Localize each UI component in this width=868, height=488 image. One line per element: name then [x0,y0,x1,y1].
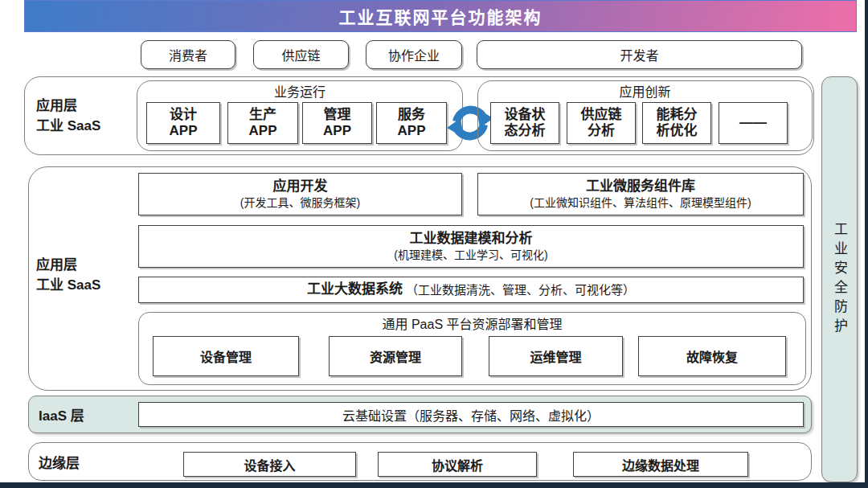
app-innovation-title: 应用创新 [477,82,813,100]
microservice-lib-box: 工业微服务组件库 (工业微知识组件、算法组件、原理模型组件) [477,173,804,215]
data-modeling-title: 工业数据建模和分析 [410,230,533,248]
resource-management-box: 资源管理 [329,336,462,376]
industrial-security-label: 工业安全防护 [829,222,850,338]
industrial-security-container: 工业安全防护 [821,76,858,482]
data-modeling-box: 工业数据建模和分析 (机理建模、工业学习、可视化) [138,225,804,268]
business-run-title: 业务运行 [137,82,463,100]
page-title: 工业互联网平台功能架构 [24,0,857,32]
device-status-analysis-box: 设备状 态分析 [490,102,559,144]
role-supply-chain: 供应链 [253,40,349,69]
role-partner-enterprise: 协作企业 [366,40,462,69]
protocol-parsing-box: 协议解析 [378,452,537,477]
app-dev-box: 应用开发 (开发工具、微服务框架) [138,173,462,215]
data-modeling-subtitle: (机理建模、工业学习、可视化) [394,248,547,262]
edge-layer-label: 边缘层 [39,442,80,481]
energy-analysis-box: 能耗分 析优化 [642,102,711,144]
ops-management-box: 运维管理 [489,336,623,376]
big-data-title: 工业大数据系统 [307,281,403,298]
platform-layer-label: 应用层 工业 SaaS [36,256,133,295]
device-access-box: 设备接入 [183,452,356,477]
microservice-lib-title: 工业微服务组件库 [586,178,695,195]
device-management-box: 设备管理 [153,336,299,376]
cloud-infrastructure-box: 云基础设置（服务器、存储、网络、虚拟化） [138,402,804,427]
app-dev-title: 应用开发 [273,178,328,195]
app-dev-subtitle: (开发工具、微服务框架) [240,195,360,210]
paas-title: 通用 PaaS 平台资源部署和管理 [138,314,806,332]
right-border-line [865,0,868,488]
production-app-box: 生产 APP [227,102,298,144]
fault-recovery-box: 故障恢复 [638,336,786,376]
role-developer: 开发者 [477,40,802,69]
role-consumer: 消费者 [141,40,235,69]
bottom-border-bar [0,482,868,488]
big-data-box: 工业大数据系统 （工业数据清洗、管理、分析、可视化等） [138,277,804,303]
service-app-box: 服务 APP [376,102,447,144]
management-app-box: 管理 APP [302,102,372,144]
microservice-lib-subtitle: (工业微知识组件、算法组件、原理模型组件) [530,195,751,210]
more-apps-box: —— [719,102,788,144]
design-app-box: 设计 APP [146,102,220,144]
supply-chain-analysis-box: 供应链 分析 [567,102,636,144]
iaas-layer-label: IaaS 层 [39,396,84,433]
saas-layer-label: 应用层 工业 SaaS [36,96,133,136]
big-data-subtitle: （工业数据清洗、管理、分析、可视化等） [406,282,635,298]
edge-data-processing-box: 边缘数据处理 [573,452,748,477]
